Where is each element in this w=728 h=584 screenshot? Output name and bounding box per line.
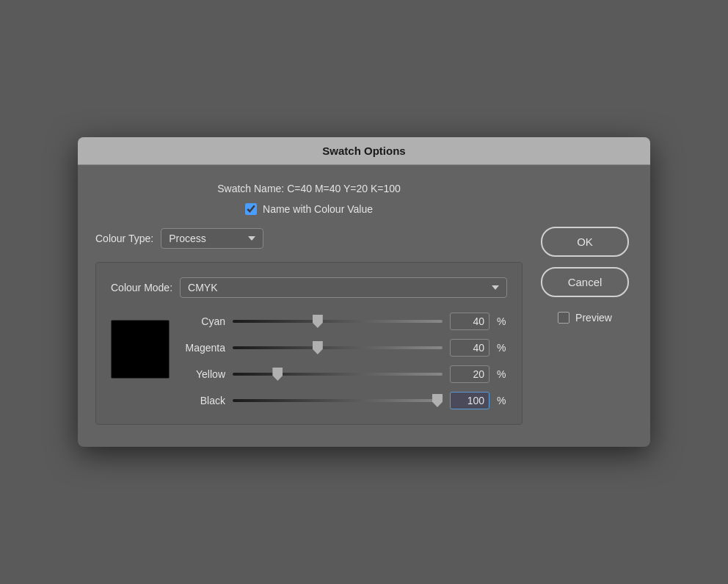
colour-mode-section: Colour Mode: CMYK RGB Lab Cyan	[95, 262, 523, 425]
yellow-slider[interactable]	[233, 373, 443, 376]
black-slider[interactable]	[233, 399, 443, 402]
preview-row: Preview	[558, 312, 612, 324]
slider-row-yellow: Yellow %	[181, 365, 507, 383]
cancel-button[interactable]: Cancel	[541, 267, 629, 297]
swatch-preview-box	[111, 320, 170, 379]
slider-row-magenta: Magenta %	[181, 339, 507, 357]
yellow-percent: %	[497, 368, 507, 380]
ok-button[interactable]: OK	[541, 227, 629, 257]
sliders-area: Cyan % Magenta	[111, 313, 507, 409]
colour-type-row: Colour Type: Process Spot	[95, 228, 523, 249]
magenta-label: Magenta	[181, 342, 225, 354]
swatch-options-dialog: Swatch Options Swatch Name: C=40 M=40 Y=…	[78, 137, 650, 447]
black-input[interactable]	[450, 392, 489, 409]
colour-mode-label: Colour Mode:	[111, 282, 172, 293]
sliders-container: Cyan % Magenta	[181, 313, 507, 409]
magenta-input[interactable]	[450, 339, 489, 357]
colour-mode-dropdown[interactable]: CMYK RGB Lab	[180, 277, 507, 298]
swatch-name-label: Swatch Name: C=40 M=40 Y=20 K=100	[217, 183, 401, 194]
cyan-slider-wrapper	[233, 314, 443, 329]
cyan-input[interactable]	[450, 313, 489, 330]
slider-row-black: Black %	[181, 392, 507, 409]
colour-mode-row: Colour Mode: CMYK RGB Lab	[111, 277, 507, 298]
name-with-colour-row: Name with Colour Value	[95, 203, 523, 215]
magenta-slider[interactable]	[233, 346, 443, 349]
black-slider-wrapper	[233, 393, 443, 408]
colour-type-dropdown[interactable]: Process Spot	[161, 228, 263, 249]
yellow-label: Yellow	[181, 368, 225, 380]
swatch-name-row: Swatch Name: C=40 M=40 Y=20 K=100	[95, 183, 523, 194]
magenta-percent: %	[497, 342, 507, 354]
cyan-percent: %	[497, 315, 507, 327]
colour-type-label: Colour Type:	[95, 233, 153, 244]
black-percent: %	[497, 395, 507, 406]
yellow-input[interactable]	[450, 365, 489, 383]
left-panel: Swatch Name: C=40 M=40 Y=20 K=100 Name w…	[95, 183, 523, 425]
preview-checkbox[interactable]	[558, 312, 569, 324]
black-label: Black	[181, 395, 225, 406]
name-with-colour-label: Name with Colour Value	[263, 203, 373, 215]
dialog-title: Swatch Options	[78, 137, 650, 165]
name-with-colour-checkbox[interactable]	[245, 203, 257, 215]
preview-label: Preview	[575, 312, 612, 324]
yellow-slider-wrapper	[233, 367, 443, 382]
cyan-label: Cyan	[181, 315, 225, 327]
cyan-slider[interactable]	[233, 320, 443, 323]
magenta-slider-wrapper	[233, 340, 443, 355]
slider-row-cyan: Cyan %	[181, 313, 507, 330]
right-panel: OK Cancel Preview	[537, 183, 633, 425]
